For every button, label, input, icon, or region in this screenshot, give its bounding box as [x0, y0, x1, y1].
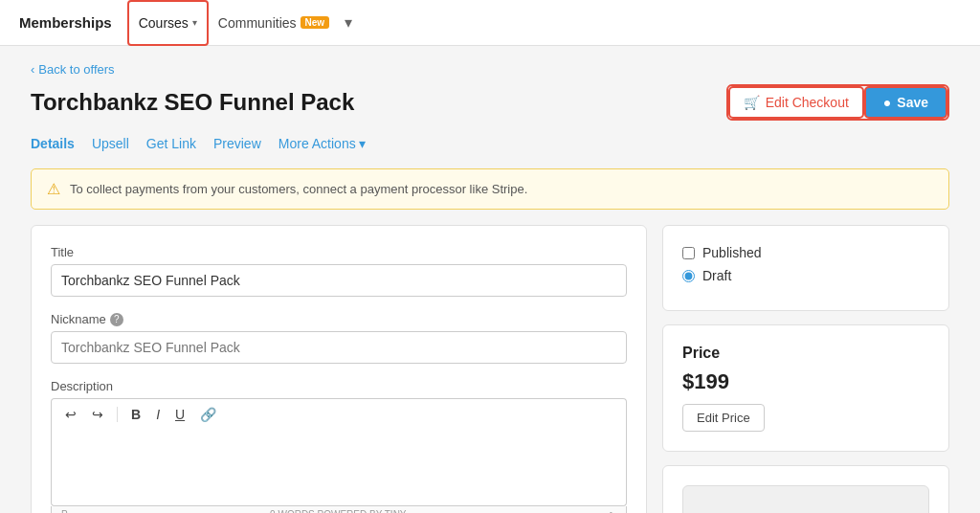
edit-checkout-button[interactable]: 🛒 Edit Checkout [728, 86, 864, 119]
tab-details[interactable]: Details [31, 132, 75, 155]
image-card: Recommended dimensions of 1280x720 [662, 465, 949, 513]
alert-icon: ⚠ [47, 180, 60, 198]
published-option: Published [682, 245, 929, 260]
back-link-text: Back to offers [38, 62, 114, 77]
checkout-icon: 🛒 [744, 95, 760, 110]
price-value: $199 [682, 369, 929, 394]
nav-communities-label: Communities [218, 15, 297, 31]
page-container: ‹ Back to offers Torchbankz SEO Funnel P… [11, 46, 969, 513]
right-column: Published Draft Price $199 Edit Price [662, 225, 949, 513]
price-card: Price $199 Edit Price [662, 324, 949, 452]
draft-label: Draft [702, 268, 731, 283]
title-group: Title [51, 245, 627, 297]
draft-radio[interactable] [682, 270, 695, 282]
published-checkbox[interactable] [682, 247, 695, 259]
tab-upsell[interactable]: Upsell [92, 132, 129, 155]
nav-more-icon[interactable]: ▾ [339, 13, 358, 32]
more-actions-chevron-icon: ▾ [359, 136, 366, 151]
brand-logo: Memberships [19, 14, 112, 31]
nav-item-courses[interactable]: Courses ▾ [127, 0, 209, 46]
description-label: Description [51, 379, 627, 393]
description-group: Description ↩ ↪ B I U 🔗 P 0 WORDS POWERE… [51, 379, 627, 513]
editor-word-count: 0 WORDS POWERED BY TINY [270, 509, 406, 513]
title-label: Title [51, 245, 627, 259]
italic-button[interactable]: I [152, 405, 164, 424]
payment-alert: ⚠ To collect payments from your customer… [31, 168, 949, 210]
image-placeholder[interactable] [682, 485, 929, 513]
new-badge: New [301, 16, 330, 29]
left-column: Title Nickname ? Description ↩ [31, 225, 647, 513]
editor-paragraph-tag: P [61, 509, 68, 513]
tab-get-link[interactable]: Get Link [146, 132, 196, 155]
tab-preview[interactable]: Preview [213, 132, 261, 155]
published-label: Published [702, 245, 762, 260]
page-title: Torchbankz SEO Funnel Pack [31, 89, 354, 116]
price-heading: Price [682, 345, 929, 362]
resize-handle-icon[interactable]: ⤡ [609, 509, 616, 513]
alert-message: To collect payments from your customers,… [70, 182, 527, 196]
title-input[interactable] [51, 264, 627, 297]
save-button[interactable]: ● Save [864, 86, 947, 119]
editor-body[interactable] [51, 430, 627, 506]
edit-price-button[interactable]: Edit Price [682, 404, 765, 432]
more-actions-label: More Actions [278, 136, 356, 151]
nickname-label: Nickname ? [51, 312, 627, 326]
edit-checkout-label: Edit Checkout [766, 95, 849, 110]
toolbar-separator [117, 407, 118, 422]
redo-button[interactable]: ↪ [88, 405, 107, 424]
link-button[interactable]: 🔗 [196, 405, 220, 424]
sub-navigation: Details Upsell Get Link Preview More Act… [31, 132, 949, 155]
chevron-down-icon: ▾ [192, 17, 197, 28]
back-link[interactable]: ‹ Back to offers [31, 62, 115, 77]
editor-toolbar: ↩ ↪ B I U 🔗 [51, 398, 627, 430]
editor-footer: P 0 WORDS POWERED BY TINY ⤡ [51, 506, 627, 513]
action-buttons-group: 🛒 Edit Checkout ● Save [726, 84, 949, 121]
back-arrow-icon: ‹ [31, 62, 34, 77]
page-header: Torchbankz SEO Funnel Pack 🛒 Edit Checko… [31, 84, 949, 121]
bold-button[interactable]: B [127, 405, 145, 424]
nickname-input[interactable] [51, 331, 627, 364]
details-card: Title Nickname ? Description ↩ [31, 225, 647, 513]
status-card: Published Draft [662, 225, 949, 311]
draft-option: Draft [682, 268, 929, 283]
nickname-help-icon: ? [110, 313, 123, 326]
nickname-group: Nickname ? [51, 312, 627, 364]
save-label: Save [897, 95, 928, 110]
undo-button[interactable]: ↩ [61, 405, 80, 424]
nav-courses-label: Courses [139, 15, 189, 31]
save-icon: ● [883, 95, 891, 110]
underline-button[interactable]: U [171, 405, 189, 424]
main-layout: Title Nickname ? Description ↩ [31, 225, 949, 513]
tab-more-actions[interactable]: More Actions ▾ [278, 132, 366, 155]
top-navigation: Memberships Courses ▾ Communities New ▾ [0, 0, 980, 46]
nav-item-communities[interactable]: Communities New [209, 0, 339, 46]
